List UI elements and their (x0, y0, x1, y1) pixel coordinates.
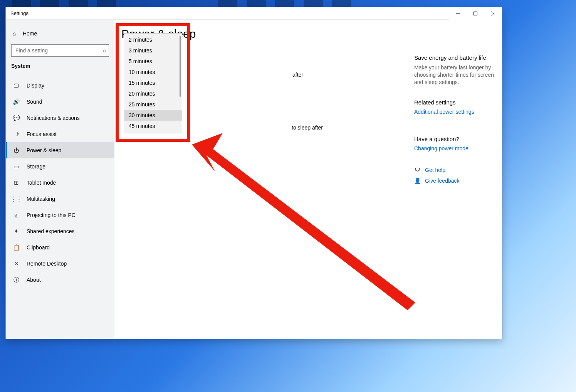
taskbar-item[interactable] (12, 0, 31, 7)
dropdown-option[interactable]: 25 minutes (124, 99, 182, 110)
sidebar-item-focus-assist[interactable]: ☽Focus assist (6, 126, 114, 142)
sidebar-item-label: Remote Desktop (27, 261, 67, 267)
dropdown-option[interactable]: 2 minutes (124, 34, 182, 45)
taskbar-item[interactable] (275, 0, 294, 7)
sidebar-item-icon: ⓘ (13, 276, 20, 284)
window-close-button[interactable] (484, 7, 502, 20)
taskbar-item[interactable] (332, 0, 351, 7)
sidebar-item-icon: ▭ (13, 163, 20, 170)
window-maximize-button[interactable] (467, 7, 484, 20)
taskbar-item[interactable] (247, 0, 266, 7)
home-icon: ⌂ (11, 30, 17, 37)
sidebar-section-label: System (6, 62, 114, 73)
sidebar-item-label: Tablet mode (27, 180, 56, 186)
taskbar-item[interactable] (304, 0, 323, 7)
feedback-icon: 👤 (414, 178, 420, 184)
sidebar-item-label: Display (27, 82, 44, 89)
sidebar-item-icon: 💬 (13, 114, 20, 121)
sidebar-item-icon: ✕ (13, 260, 20, 267)
sidebar-item-remote-desktop[interactable]: ✕Remote Desktop (6, 256, 114, 272)
settings-window: Settings ⌂ Home ⌕ System 🖵Display🔊 (5, 7, 502, 339)
desktop-taskbar (0, 0, 576, 7)
sidebar-item-sound[interactable]: 🔊Sound (6, 94, 114, 110)
energy-heading: Save energy and battery life (414, 54, 496, 61)
right-help-panel: Save energy and battery life Make your b… (414, 54, 496, 188)
get-help-link[interactable]: Get help (425, 167, 445, 173)
dropdown-option[interactable]: 45 minutes (124, 121, 182, 131)
maximize-icon (474, 12, 477, 15)
sidebar-item-notifications-actions[interactable]: 💬Notifications & actions (6, 110, 114, 126)
sidebar-item-label: Clipboard (27, 244, 50, 251)
taskbar-item[interactable] (218, 0, 237, 7)
sidebar-item-icon: 📋 (13, 244, 20, 251)
sidebar-item-storage[interactable]: ▭Storage (6, 158, 114, 175)
sidebar-item-label: About (27, 277, 41, 283)
sidebar-home-label: Home (23, 30, 37, 37)
sleep-setting-text: to sleep after (292, 124, 323, 131)
taskbar-item[interactable] (40, 0, 59, 7)
sidebar-item-power-sleep[interactable]: ⏻Power & sleep (6, 142, 114, 158)
sidebar-item-icon: ⊞ (13, 179, 20, 186)
sidebar-item-icon: ☽ (13, 131, 20, 138)
window-title: Settings (10, 10, 29, 16)
sidebar-item-clipboard[interactable]: 📋Clipboard (6, 239, 114, 256)
sidebar: ⌂ Home ⌕ System 🖵Display🔊Sound💬Notificat… (6, 20, 114, 339)
dropdown-option[interactable]: 10 minutes (124, 67, 182, 77)
sidebar-home[interactable]: ⌂ Home (6, 27, 114, 40)
dropdown-option[interactable]: 3 minutes (124, 45, 182, 56)
energy-description: Make your battery last longer by choosin… (414, 64, 496, 86)
taskbar-item[interactable] (97, 0, 116, 7)
dropdown-scrollbar[interactable] (180, 36, 181, 97)
sidebar-item-icon: 🖵 (13, 82, 20, 89)
dropdown-option[interactable]: 15 minutes (124, 77, 182, 88)
sidebar-item-display[interactable]: 🖵Display (6, 77, 114, 94)
sidebar-item-icon: ✦ (13, 228, 20, 235)
screen-setting-text: after (292, 72, 303, 78)
taskbar-item[interactable] (69, 0, 88, 7)
dropdown-option[interactable]: 20 minutes (124, 88, 182, 99)
help-icon: 🗨 (414, 167, 420, 173)
sidebar-item-label: Projecting to this PC (27, 212, 76, 218)
close-icon (491, 12, 495, 15)
changing-power-mode-link[interactable]: Changing power mode (414, 145, 496, 151)
related-heading: Related settings (414, 99, 496, 106)
sidebar-item-label: Shared experiences (27, 228, 75, 234)
sidebar-item-label: Multitasking (27, 196, 55, 202)
svg-rect-1 (474, 12, 477, 15)
sidebar-item-label: Focus assist (27, 131, 57, 137)
sidebar-item-icon: 🔊 (13, 98, 20, 105)
sidebar-item-multitasking[interactable]: ⋮⋮Multitasking (6, 191, 114, 207)
minimize-icon (456, 12, 460, 15)
sidebar-item-icon: ⏻ (13, 147, 20, 154)
question-heading: Have a question? (414, 136, 496, 142)
additional-power-link[interactable]: Additional power settings (414, 109, 496, 115)
sidebar-item-label: Notifications & actions (27, 115, 80, 121)
give-feedback-link[interactable]: Give feedback (425, 178, 460, 184)
sidebar-item-about[interactable]: ⓘAbout (6, 272, 114, 288)
sidebar-item-icon: ⋮⋮ (13, 195, 20, 202)
sidebar-item-shared-experiences[interactable]: ✦Shared experiences (6, 223, 114, 239)
search-input[interactable] (11, 44, 109, 57)
sidebar-item-icon: ⎚ (13, 212, 20, 219)
window-titlebar: Settings (6, 7, 502, 20)
sidebar-item-label: Storage (27, 163, 45, 170)
dropdown-option[interactable]: 5 minutes (124, 56, 182, 67)
dropdown-option[interactable]: 30 minutes (124, 110, 182, 121)
sidebar-item-projecting-to-this-pc[interactable]: ⎚Projecting to this PC (6, 207, 114, 223)
window-minimize-button[interactable] (449, 7, 467, 20)
sidebar-item-label: Power & sleep (27, 147, 61, 153)
sidebar-item-tablet-mode[interactable]: ⊞Tablet mode (6, 175, 114, 191)
sidebar-item-label: Sound (27, 99, 42, 105)
time-dropdown[interactable]: 2 minutes3 minutes5 minutes10 minutes15 … (124, 33, 182, 133)
